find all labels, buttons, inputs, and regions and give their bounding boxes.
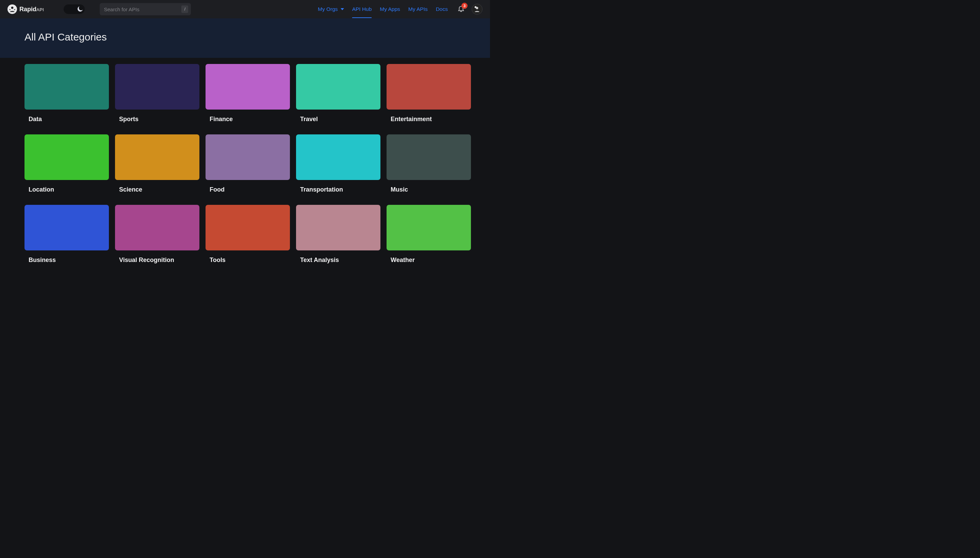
category-card[interactable]: Location xyxy=(25,135,109,195)
nav-docs[interactable]: Docs xyxy=(436,0,448,18)
category-label: Weather xyxy=(391,256,471,264)
svg-point-0 xyxy=(11,7,14,9)
category-tile xyxy=(25,205,109,250)
category-card[interactable]: Finance xyxy=(205,64,290,125)
nav-my-orgs[interactable]: My Orgs xyxy=(318,0,344,18)
category-card[interactable]: Sports xyxy=(115,64,199,125)
moon-icon xyxy=(76,5,84,13)
brand-mark-icon xyxy=(8,5,17,14)
nav-api-hub[interactable]: API Hub xyxy=(352,0,372,18)
category-label: Tools xyxy=(210,256,290,264)
categories-section: DataSportsFinanceTravelEntertainmentLoca… xyxy=(0,58,490,266)
category-label: Food xyxy=(210,186,290,193)
category-label: Finance xyxy=(210,116,290,123)
notifications-button[interactable]: 3 xyxy=(457,5,465,14)
brand-logo[interactable]: RapidAPI xyxy=(8,5,44,14)
brand-name: RapidAPI xyxy=(20,6,44,13)
category-card[interactable]: Science xyxy=(115,135,199,195)
category-tile xyxy=(296,64,381,110)
category-label: Visual Recognition xyxy=(119,256,199,264)
category-card[interactable]: Business xyxy=(25,205,109,266)
nav-my-orgs-label: My Orgs xyxy=(318,6,338,12)
search-input[interactable] xyxy=(104,7,181,12)
category-tile xyxy=(205,205,290,250)
chevron-down-icon xyxy=(341,8,344,10)
category-label: Business xyxy=(29,256,109,264)
category-label: Text Analysis xyxy=(300,256,381,264)
category-tile xyxy=(387,64,471,110)
category-card[interactable]: Entertainment xyxy=(387,64,471,125)
notifications-badge: 3 xyxy=(461,3,468,9)
category-tile xyxy=(296,135,381,180)
category-tile xyxy=(387,135,471,180)
category-tile xyxy=(115,135,199,180)
category-label: Data xyxy=(29,116,109,123)
nav-my-apps[interactable]: My Apps xyxy=(380,0,400,18)
category-card[interactable]: Visual Recognition xyxy=(115,205,199,266)
svg-point-1 xyxy=(476,7,478,9)
category-label: Sports xyxy=(119,116,199,123)
category-card[interactable]: Data xyxy=(25,64,109,125)
category-tile xyxy=(296,205,381,250)
category-card[interactable]: Travel xyxy=(296,64,381,125)
search-shortcut-hint: / xyxy=(181,5,188,13)
nav-links: My Orgs API Hub My Apps My APIs Docs xyxy=(318,0,448,18)
category-tile xyxy=(25,135,109,180)
category-label: Science xyxy=(119,186,199,193)
category-card[interactable]: Food xyxy=(205,135,290,195)
category-label: Transportation xyxy=(300,186,381,193)
user-avatar[interactable] xyxy=(472,4,483,15)
theme-toggle[interactable] xyxy=(64,5,85,14)
category-tile xyxy=(115,205,199,250)
categories-grid: DataSportsFinanceTravelEntertainmentLoca… xyxy=(25,64,466,266)
category-label: Music xyxy=(391,186,471,193)
hero-section: All API Categories xyxy=(0,18,490,58)
category-label: Travel xyxy=(300,116,381,123)
search-box[interactable]: / xyxy=(100,3,191,15)
top-nav: RapidAPI / My Orgs API Hub My Apps My AP… xyxy=(0,0,490,18)
category-tile xyxy=(115,64,199,110)
category-card[interactable]: Tools xyxy=(205,205,290,266)
category-tile xyxy=(205,64,290,110)
category-card[interactable]: Music xyxy=(387,135,471,195)
category-card[interactable]: Text Analysis xyxy=(296,205,381,266)
category-card[interactable]: Transportation xyxy=(296,135,381,195)
nav-my-apis[interactable]: My APIs xyxy=(408,0,428,18)
category-tile xyxy=(205,135,290,180)
category-tile xyxy=(387,205,471,250)
category-card[interactable]: Weather xyxy=(387,205,471,266)
category-label: Location xyxy=(29,186,109,193)
nav-icons: 3 xyxy=(457,4,483,15)
category-tile xyxy=(25,64,109,110)
category-label: Entertainment xyxy=(391,116,471,123)
page-title: All API Categories xyxy=(25,31,490,43)
